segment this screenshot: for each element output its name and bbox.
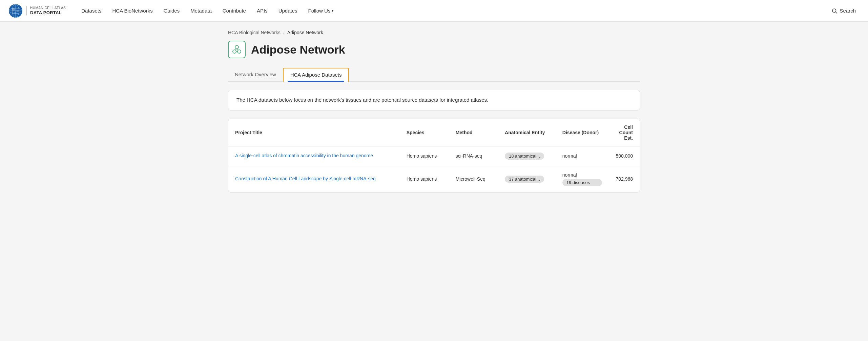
table-cell-method-1: sci-RNA-seq bbox=[449, 146, 498, 166]
info-box-text: The HCA datasets below focus on the netw… bbox=[236, 96, 632, 104]
col-header-method: Method bbox=[449, 119, 498, 146]
breadcrumb-current: Adipose Network bbox=[287, 30, 323, 35]
breadcrumb-parent[interactable]: HCA Biological Networks bbox=[228, 30, 281, 35]
col-header-anatomical-entity: Anatomical Entity bbox=[498, 119, 556, 146]
table-row: Construction of A Human Cell Landscape b… bbox=[228, 166, 640, 192]
tabs-container: Network Overview HCA Adipose Datasets bbox=[228, 68, 640, 82]
table-cell-species-1: Homo sapiens bbox=[400, 146, 449, 166]
table-cell-anatomical-1: 18 anatomical... bbox=[498, 146, 556, 166]
globe-icon bbox=[8, 3, 23, 18]
site-logo[interactable]: HUMAN CELL ATLAS DATA PORTAL bbox=[8, 3, 66, 18]
breadcrumb-separator: › bbox=[283, 30, 285, 35]
table-cell-count-2: 702,968 bbox=[609, 166, 640, 192]
nav-follow-us[interactable]: Follow Us ▾ bbox=[304, 5, 339, 16]
anatomical-badge-2: 37 anatomical... bbox=[505, 176, 544, 183]
col-header-cell-count: Cell Count Est. bbox=[609, 119, 640, 146]
network-icon bbox=[228, 41, 246, 58]
nav-updates[interactable]: Updates bbox=[274, 5, 302, 16]
svg-point-7 bbox=[14, 12, 16, 14]
table-cell-project-title-2: Construction of A Human Cell Landscape b… bbox=[228, 166, 400, 192]
col-header-species: Species bbox=[400, 119, 449, 146]
disease-normal-2: normal bbox=[562, 172, 602, 178]
page-content: HCA Biological Networks › Adipose Networ… bbox=[217, 22, 651, 201]
logo-bottom-text: DATA PORTAL bbox=[30, 10, 66, 16]
page-title: Adipose Network bbox=[251, 43, 345, 56]
navbar: HUMAN CELL ATLAS DATA PORTAL Datasets HC… bbox=[0, 0, 868, 22]
svg-point-6 bbox=[16, 10, 19, 12]
search-icon bbox=[831, 8, 838, 14]
disease-cell-1: normal bbox=[562, 153, 602, 159]
nav-metadata[interactable]: Metadata bbox=[186, 5, 216, 16]
nav-contribute[interactable]: Contribute bbox=[218, 5, 251, 16]
nav-apis[interactable]: APIs bbox=[252, 5, 272, 16]
nav-bionetworks[interactable]: HCA BioNetworks bbox=[107, 5, 157, 16]
page-title-row: Adipose Network bbox=[228, 41, 640, 58]
tab-hca-adipose-datasets[interactable]: HCA Adipose Datasets bbox=[283, 68, 349, 82]
table-cell-species-2: Homo sapiens bbox=[400, 166, 449, 192]
svg-point-10 bbox=[235, 45, 239, 49]
nav-guides[interactable]: Guides bbox=[159, 5, 185, 16]
table-cell-project-title-1: A single-cell atlas of chromatin accessi… bbox=[228, 146, 400, 166]
table-cell-count-1: 500,000 bbox=[609, 146, 640, 166]
col-header-project-title: Project Title bbox=[228, 119, 400, 146]
datasets-table-container: Project Title Species Method Anatomical … bbox=[228, 119, 640, 193]
table-cell-disease-1: normal bbox=[556, 146, 609, 166]
search-label: Search bbox=[840, 8, 856, 14]
nav-links: Datasets HCA BioNetworks Guides Metadata… bbox=[77, 5, 827, 16]
search-button[interactable]: Search bbox=[827, 5, 860, 17]
chevron-down-icon: ▾ bbox=[332, 8, 334, 13]
disease-normal-1: normal bbox=[562, 153, 602, 159]
svg-point-12 bbox=[237, 50, 241, 53]
table-row: A single-cell atlas of chromatin accessi… bbox=[228, 146, 640, 166]
logo-top-text: HUMAN CELL ATLAS bbox=[30, 6, 66, 10]
svg-point-11 bbox=[233, 50, 236, 53]
table-cell-disease-2: normal 19 diseases bbox=[556, 166, 609, 192]
breadcrumb: HCA Biological Networks › Adipose Networ… bbox=[228, 30, 640, 35]
disease-badge-2: 19 diseases bbox=[562, 179, 602, 186]
cells-icon bbox=[231, 44, 243, 55]
nav-datasets[interactable]: Datasets bbox=[77, 5, 106, 16]
project-link-2[interactable]: Construction of A Human Cell Landscape b… bbox=[235, 176, 376, 181]
table-cell-anatomical-2: 37 anatomical... bbox=[498, 166, 556, 192]
project-link-1[interactable]: A single-cell atlas of chromatin accessi… bbox=[235, 153, 373, 158]
table-header-row: Project Title Species Method Anatomical … bbox=[228, 119, 640, 146]
tab-network-overview[interactable]: Network Overview bbox=[228, 68, 283, 81]
table-cell-method-2: Microwell-Seq bbox=[449, 166, 498, 192]
disease-cell-2: normal 19 diseases bbox=[562, 172, 602, 186]
svg-line-9 bbox=[836, 12, 837, 13]
info-box: The HCA datasets below focus on the netw… bbox=[228, 90, 640, 111]
anatomical-badge-1: 18 anatomical... bbox=[505, 153, 544, 160]
col-header-disease: Disease (Donor) bbox=[556, 119, 609, 146]
datasets-table: Project Title Species Method Anatomical … bbox=[228, 119, 640, 192]
svg-point-5 bbox=[12, 8, 15, 11]
